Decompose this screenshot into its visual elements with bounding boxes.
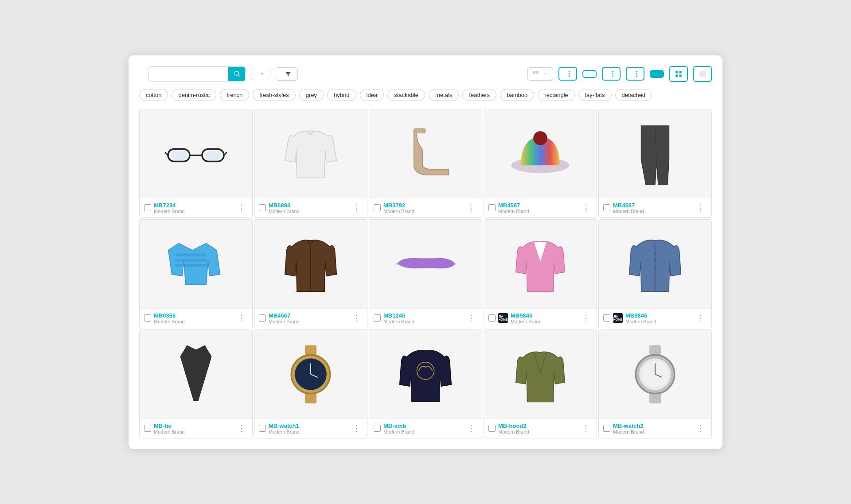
product-checkbox[interactable] [374,425,381,432]
product-checkbox[interactable] [488,204,496,211]
tag-pill-fresh-styles[interactable]: fresh-styles [253,89,295,101]
product-menu-button[interactable]: ⋮ [465,202,477,213]
product-menu-button[interactable]: ⋮ [580,312,592,324]
product-id[interactable]: MB6893 [269,202,348,209]
product-menu-button[interactable]: ⋮ [580,202,592,213]
sell-button[interactable] [626,67,644,81]
product-brand: Modern Brand [511,319,578,324]
product-menu-button[interactable]: ⋮ [465,423,477,434]
product-id[interactable]: MB-emb [383,423,463,429]
tag-pill-metals[interactable]: metals [429,89,459,101]
product-id[interactable]: MB-hood2 [498,423,578,429]
tags-row: cottondenim-rusticfrenchfresh-stylesgrey… [139,89,712,101]
tag-pill-detached[interactable]: detached [615,89,652,101]
product-checkbox[interactable] [259,204,266,211]
product-menu-button[interactable]: ⋮ [236,312,248,324]
product-checkbox[interactable] [259,425,266,432]
svg-point-25 [654,252,656,255]
view-toggle[interactable] [527,67,553,81]
more-button[interactable] [558,67,577,81]
product-id[interactable]: MB9845 [625,312,692,319]
product-footer: MB-watch1Modern Brand⋮ [254,419,367,438]
tag-pill-french[interactable]: french [220,89,249,101]
product-checkbox[interactable] [144,204,151,211]
product-footer: MB-embModern Brand⋮ [369,419,482,438]
product-image-area[interactable] [599,109,711,198]
product-menu-button[interactable]: ⋮ [351,312,363,324]
product-id[interactable]: MB3792 [383,202,463,209]
tag-pill-feathers[interactable]: feathers [462,89,496,101]
product-checkbox[interactable] [144,425,151,432]
product-menu-button[interactable]: ⋮ [695,423,707,434]
product-menu-button[interactable]: ⋮ [236,202,248,213]
product-image-area[interactable] [484,109,597,198]
product-menu-button[interactable]: ⋮ [351,202,363,213]
product-image-area[interactable] [140,220,252,308]
app-container: cottondenim-rusticfrenchfresh-stylesgrey… [129,55,722,449]
tag-pill-lay-flats[interactable]: lay-flats [578,89,612,101]
product-grid: MB7234Modern Brand⋮ MB6893Modern Brand⋮ … [139,109,712,438]
tag-pill-bamboo[interactable]: bamboo [500,89,534,101]
product-checkbox[interactable] [144,314,151,322]
product-menu-button[interactable]: ⋮ [465,312,477,324]
product-image-area[interactable] [484,330,597,419]
tag-pill-grey[interactable]: grey [299,89,324,101]
product-checkbox[interactable] [488,314,496,322]
product-image-area[interactable] [369,220,482,308]
all-dropdown[interactable] [251,68,270,80]
product-id[interactable]: MB9845 [511,312,578,319]
product-image-area[interactable] [484,220,597,308]
tag-pill-stackable[interactable]: stackable [387,89,425,101]
product-image-area[interactable] [254,330,367,419]
search-button[interactable] [228,67,246,81]
product-id[interactable]: MB7234 [154,202,233,209]
product-info: MB-tieModern Brand [154,423,233,434]
grid-view-button[interactable] [669,66,688,82]
product-menu-button[interactable]: ⋮ [236,423,248,434]
filter-button[interactable] [276,67,298,81]
svg-rect-29 [305,393,316,403]
product-checkbox[interactable] [374,204,381,211]
buy-dots-icon [612,71,613,77]
product-menu-button[interactable]: ⋮ [580,423,592,434]
product-menu-button[interactable]: ⋮ [695,312,707,324]
product-checkbox[interactable] [603,425,610,432]
product-image-area[interactable] [369,330,482,419]
product-id[interactable]: MB-watch1 [269,423,348,429]
product-menu-button[interactable]: ⋮ [351,423,363,434]
buy-button[interactable] [602,67,621,81]
product-id[interactable]: MB4567 [269,312,348,319]
product-card: MB0356Modern Brand⋮ [139,219,253,328]
product-id[interactable]: MB0356 [154,312,233,319]
tag-pill-denim-rustic[interactable]: denim-rustic [172,89,216,101]
list-view-button[interactable] [693,66,712,82]
product-checkbox[interactable] [603,314,610,322]
tag-button[interactable] [582,70,597,78]
product-id[interactable]: MB-watch2 [613,423,692,429]
product-brand: Modern Brand [383,319,463,324]
product-image-area[interactable] [254,220,367,308]
search-input[interactable] [148,67,228,81]
product-id[interactable]: MB1245 [383,312,463,319]
tag-pill-rectangle[interactable]: rectangle [538,89,574,101]
product-id[interactable]: MB4587 [613,202,692,209]
product-checkbox[interactable] [374,314,381,322]
product-checkbox[interactable] [603,204,610,211]
product-footer: MB6893Modern Brand⋮ [254,198,367,217]
tag-pill-hybrid[interactable]: hybrid [327,89,356,101]
product-image-area[interactable] [140,109,252,198]
tag-pill-cotton[interactable]: cotton [139,89,168,101]
product-id[interactable]: MB4587 [498,202,578,209]
product-image-area[interactable] [599,330,711,419]
product-image-area[interactable] [369,109,482,198]
product-id[interactable]: MB-tie [154,423,233,429]
tag-pill-idea[interactable]: idea [360,89,384,101]
product-image-area[interactable] [254,109,367,198]
product-image-area[interactable] [599,220,711,308]
product-menu-button[interactable]: ⋮ [695,202,707,213]
create-product-button[interactable] [650,70,664,78]
product-checkbox[interactable] [488,425,496,432]
product-checkbox[interactable] [259,314,266,322]
product-image-area[interactable] [140,330,252,419]
product-brand: Modern Brand [154,209,233,214]
